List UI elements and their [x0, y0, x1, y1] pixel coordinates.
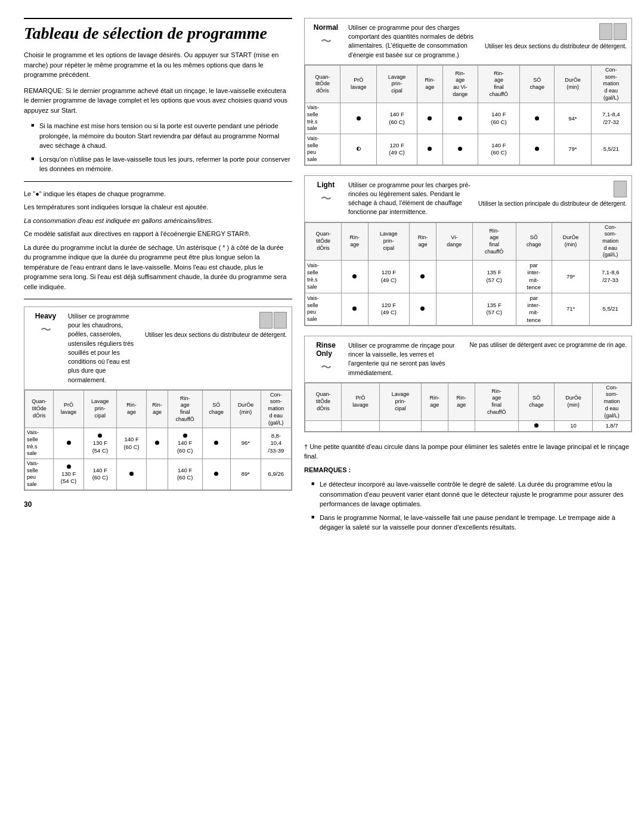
light-th-4: Vi-dange [436, 222, 472, 260]
dot [458, 147, 462, 151]
intro-para1: Choisir le programme et les options de l… [24, 50, 292, 80]
normal-th-7: DurÔe(min) [555, 65, 592, 103]
normal-row-2: Vais-sellepeusale 120 F(49 C) 140 F(60 C… [305, 134, 631, 165]
rinse-th-0: Quan-titÔdedÔris [305, 383, 342, 420]
intro-para2: REMARQUE: Si le dernier programme achevé… [24, 86, 292, 116]
heavy-program-header: Heavy 〜 Utiliser ce programme pour les c… [24, 307, 292, 390]
heavy-r2-c4 [147, 459, 168, 490]
normal-th-3: Rin-age [417, 65, 442, 103]
light-detergent-icon [614, 181, 627, 197]
heavy-detergent-area: Utiliser les deux sections du distribute… [145, 312, 287, 339]
dot [357, 116, 361, 120]
dot [352, 274, 357, 278]
heavy-th-3: Rin-age [116, 390, 146, 428]
normal-r2-c7: 79* [555, 134, 592, 165]
remarks-label: REMARQUES : [304, 465, 632, 475]
normal-r1-c4 [442, 103, 478, 134]
light-program-name: Light [317, 181, 335, 189]
rinse-r1-c4 [448, 421, 475, 431]
normal-r2-c8: 5,5/21 [591, 134, 631, 165]
rinse-th-2: Lavageprin-cipal [380, 383, 422, 420]
rinse-th-4: Rin-age [448, 383, 475, 420]
light-program-section: Light 〜 Utiliser ce programme pour les c… [304, 175, 632, 326]
light-r2-c3 [410, 293, 436, 325]
page-number: 30 [24, 500, 292, 509]
heavy-title-block: Heavy 〜 [29, 312, 62, 337]
light-row-1: Vais-selletrè.ssale 120 F(49 C) 135 F(57… [305, 261, 631, 293]
light-detergent-area: Utiliser la section principale du distri… [478, 181, 627, 208]
bullet-item-1: Si la machine est mise hors tension ou s… [31, 121, 292, 151]
heavy-r2-c8: 6,9/26 [261, 459, 291, 490]
rinse-program-name: RinseOnly [316, 341, 336, 358]
rinse-th-3: Rin-age [421, 383, 448, 420]
heavy-r1-c2: 130 F(54 C) [83, 428, 116, 459]
dot [129, 472, 134, 476]
normal-r2-c6 [520, 134, 555, 165]
light-r2-label: Vais-sellepeusale [305, 293, 342, 325]
normal-detergent-icon [599, 23, 627, 40]
normal-th-5: Rin-agefinalchauffÔ [478, 65, 520, 103]
heavy-th-2: Lavageprin-cipal [83, 390, 116, 428]
dot [155, 441, 159, 445]
dot [214, 441, 218, 445]
det-box-l1 [614, 181, 627, 197]
heavy-r1-label: Vais-selletrè.ssale [25, 428, 54, 459]
normal-r2-c3 [417, 134, 442, 165]
light-r2-c7: 71* [552, 293, 590, 325]
light-r1-c2: 120 F(49 C) [368, 261, 409, 293]
heavy-th-0: Quan-titÔdedÔris [25, 390, 54, 428]
rinse-th-5: Rin-agefinalchauffÔ [475, 383, 518, 420]
light-table: Quan-titÔdedÔris Rin-age Lavageprin-cipa… [305, 222, 631, 326]
dot [420, 274, 425, 278]
light-title-block: Light 〜 [309, 181, 342, 206]
dot [535, 116, 539, 120]
page-title: Tableau de sélection de programme [24, 18, 292, 43]
normal-th-6: SÔchage [520, 65, 555, 103]
normal-r1-c5: 140 F(60 C) [478, 103, 520, 134]
normal-detergent-note: Utiliser les deux sections du distribute… [485, 42, 627, 51]
light-r2-c5: 135 F(57 C) [472, 293, 516, 325]
right-column: Normal 〜 Utiliser ce programme pour des … [304, 18, 632, 537]
dot [67, 465, 71, 469]
dot [352, 306, 357, 311]
rinse-desc: Utiliser ce programme de rinçage pour ri… [348, 341, 464, 377]
light-r1-c7: 79* [552, 261, 590, 293]
light-r1-c1 [341, 261, 368, 293]
light-th-7: DurÔe(min) [552, 222, 590, 260]
light-r2-c1 [341, 293, 368, 325]
heavy-row-1: Vais-selletrè.ssale 130 F(54 C) 140 F(60… [25, 428, 292, 459]
heavy-th-6: SÔchage [202, 390, 231, 428]
normal-th-4: Rin-ageau Vi-dange [442, 65, 478, 103]
normal-detergent-area: Utiliser les deux sections du distribute… [485, 23, 627, 51]
rinse-r1-c6 [518, 421, 554, 431]
normal-th-2: Lavageprin-cipal [377, 65, 417, 103]
rinse-th-7: DurÔe(min) [555, 383, 593, 420]
normal-program-name: Normal [314, 23, 338, 32]
left-column: Tableau de sélection de programme Choisi… [24, 18, 292, 537]
light-th-6: SÔchage [516, 222, 552, 260]
light-th-3: Rin-age [410, 222, 436, 260]
remark-1: Le détecteur incorporé au lave-vaisselle… [311, 479, 632, 509]
heavy-r1-c6 [202, 428, 231, 459]
heavy-th-8: Con-som-mationd eau(gal/L) [261, 390, 291, 428]
normal-r2-label: Vais-sellepeusale [305, 134, 340, 165]
rinse-table: Quan-titÔdedÔris PrÔlavage Lavageprin-ci… [305, 383, 631, 432]
det-box-1 [259, 312, 273, 329]
normal-r2-c4 [442, 134, 478, 165]
page-container: Tableau de sélection de programme Choisi… [24, 18, 620, 537]
heavy-th-7: DurÔe(min) [231, 390, 261, 428]
dot [98, 433, 102, 438]
light-th-5: Rin-agefinalchauffÔ [472, 222, 516, 260]
light-th-1: Rin-age [341, 222, 368, 260]
heavy-wave-icon: 〜 [41, 323, 51, 337]
rinse-row-1: 10 1,8/7 [305, 421, 631, 431]
normal-program-header: Normal 〜 Utiliser ce programme pour des … [305, 18, 631, 65]
heavy-program-section: Heavy 〜 Utiliser ce programme pour les c… [24, 306, 292, 491]
heavy-r2-c3 [116, 459, 146, 490]
heavy-detergent-note: Utiliser les deux sections du distribute… [145, 331, 287, 339]
rinse-th-1: PrÔlavage [342, 383, 380, 420]
normal-wave-icon: 〜 [321, 34, 332, 48]
dot [67, 441, 71, 445]
heavy-r2-c2: 140 F(60 C) [83, 459, 116, 490]
det-box-2 [274, 312, 287, 329]
